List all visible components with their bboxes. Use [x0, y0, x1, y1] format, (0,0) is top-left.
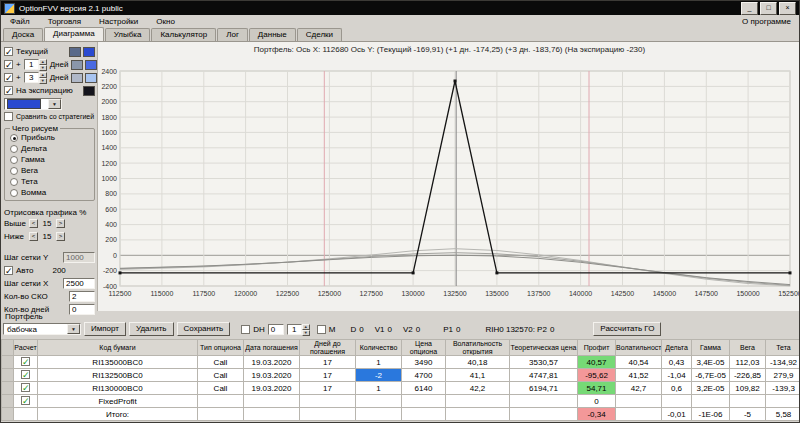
row-selector[interactable]	[2, 382, 14, 395]
calc-checkbox[interactable]: ✓	[21, 357, 30, 366]
tab-doska[interactable]: Доска	[3, 28, 43, 41]
preset-select[interactable]: бабочка ▼	[3, 323, 81, 335]
column-header[interactable]: Дней до погашения	[300, 340, 356, 356]
auto-checkbox[interactable]: ✓	[4, 266, 13, 275]
days-count-input[interactable]: 0	[69, 304, 95, 315]
column-header[interactable]: Теоретическая цена	[510, 340, 578, 356]
column-header[interactable]: Код бумаги	[38, 340, 198, 356]
expiry-date-cell: 19.03.2020	[244, 369, 300, 382]
vega-cell: 112,03	[730, 356, 766, 369]
column-header[interactable]: Гамма	[692, 340, 730, 356]
color-swatch[interactable]	[85, 73, 97, 83]
series-checkbox[interactable]: ✓	[4, 86, 13, 95]
gamma-cell: 3,4E-05	[692, 356, 730, 369]
volatility-cell: 40,54	[616, 356, 662, 369]
column-header[interactable]: Вега	[730, 340, 766, 356]
column-header[interactable]: Расчет	[14, 340, 38, 356]
color-swatch[interactable]	[85, 60, 97, 70]
draw-option[interactable]: Гамма	[10, 154, 94, 165]
draw-what-group: Чего рисуем ПрибыльДельтаГаммаВегаТетаВо…	[4, 128, 95, 201]
color-swatch[interactable]	[71, 60, 83, 70]
color-swatch[interactable]	[83, 47, 95, 57]
minimize-button[interactable]: _	[741, 2, 758, 15]
calc-checkbox[interactable]: ✓	[21, 383, 30, 392]
d-label: D	[351, 325, 357, 334]
dh-stepper[interactable]: 1▲▼	[287, 324, 310, 335]
series-checkbox[interactable]: ✓	[4, 47, 13, 56]
chevron-down-icon[interactable]: ▼	[48, 99, 61, 109]
row-selector[interactable]	[2, 369, 14, 382]
column-header[interactable]: Волатильность	[616, 340, 662, 356]
row-selector[interactable]	[2, 395, 14, 408]
increase-button[interactable]: >	[56, 232, 65, 241]
spin-down-icon[interactable]: ▼	[39, 65, 47, 71]
dh-input[interactable]: 0	[268, 324, 284, 335]
tab-ulybka[interactable]: Улыбка	[105, 28, 151, 41]
column-header[interactable]: Дельта	[662, 340, 692, 356]
titlebar[interactable]: OptionFVV версия 2.1 public _□×	[1, 1, 799, 15]
tab-diagramma[interactable]: Диаграмма	[44, 27, 104, 41]
color-swatch[interactable]	[83, 86, 95, 96]
draw-option[interactable]: Прибыль	[10, 132, 94, 143]
chevron-down-icon[interactable]: ▼	[67, 324, 80, 334]
menu-about[interactable]: О программе	[734, 17, 799, 26]
d-value: 0	[359, 325, 363, 334]
spin-down-icon[interactable]: ▼	[302, 330, 310, 336]
tab-log[interactable]: Лог	[217, 28, 248, 41]
tab-kalkulyator[interactable]: Калькулятор	[151, 28, 216, 41]
open-volatility-cell	[446, 395, 510, 408]
draw-option[interactable]: Дельта	[10, 143, 94, 154]
draw-option[interactable]: Вомма	[10, 187, 94, 198]
increase-button[interactable]: >	[56, 219, 65, 228]
menu-window[interactable]: Окно	[147, 17, 184, 26]
column-header[interactable]: Количество	[356, 340, 402, 356]
grid-y-input[interactable]: 1000	[63, 252, 95, 263]
save-button[interactable]: Сохранить	[177, 322, 231, 336]
m-checkbox[interactable]	[317, 325, 326, 334]
calc-checkbox[interactable]: ✓	[21, 396, 30, 405]
auto-row: ✓ Авто 200	[4, 264, 95, 277]
tab-dannye[interactable]: Данные	[249, 28, 296, 41]
close-button[interactable]: ×	[779, 2, 796, 15]
color-swatch[interactable]	[71, 73, 83, 83]
spin-down-icon[interactable]: ▼	[39, 78, 47, 84]
payoff-chart[interactable]: 2400220020001800160014001200100080060040…	[98, 58, 800, 314]
menu-file[interactable]: Файл	[1, 17, 39, 26]
row-selector[interactable]	[2, 356, 14, 369]
tab-sdelki[interactable]: Сделки	[297, 28, 342, 41]
column-header[interactable]: Цена опциона	[402, 340, 446, 356]
svg-text:1400: 1400	[101, 144, 117, 151]
color-swatch[interactable]	[69, 47, 81, 57]
series-checkbox[interactable]: ✓	[4, 73, 13, 82]
svg-text:-200: -200	[103, 267, 117, 274]
column-header[interactable]: Дата погашения	[244, 340, 300, 356]
row-selector[interactable]	[2, 408, 14, 421]
draw-option[interactable]: Тета	[10, 176, 94, 187]
grid-x-input[interactable]: 2500	[63, 278, 95, 289]
days-stepper[interactable]: 1▲▼	[24, 59, 47, 70]
security-code-cell: RI132500BC0	[38, 369, 198, 382]
column-header[interactable]: Профит	[578, 340, 616, 356]
series-checkbox[interactable]: ✓	[4, 60, 13, 69]
column-header[interactable]: Тета	[766, 340, 800, 356]
calc-go-button[interactable]: Рассчитать ГО	[593, 322, 661, 336]
draw-option[interactable]: Вега	[10, 165, 94, 176]
column-header[interactable]: Тип опциона	[198, 340, 244, 356]
delete-button[interactable]: Удалить	[129, 322, 174, 336]
dh-stepper[interactable]: 1▲▼	[287, 324, 310, 335]
days-to-expiry-cell: 17	[300, 369, 356, 382]
menu-trade[interactable]: Торговля	[39, 17, 90, 26]
column-header[interactable]: Волатильность открытия	[446, 340, 510, 356]
decrease-button[interactable]: <	[29, 232, 38, 241]
compare-checkbox[interactable]	[4, 112, 13, 121]
dh-checkbox[interactable]	[241, 325, 250, 334]
svg-text:1800: 1800	[101, 114, 117, 121]
decrease-button[interactable]: <	[29, 219, 38, 228]
menu-settings[interactable]: Настройки	[90, 17, 147, 26]
sko-input[interactable]: 2	[69, 291, 95, 302]
maximize-button[interactable]: □	[760, 2, 777, 15]
days-stepper[interactable]: 3▲▼	[24, 72, 47, 83]
import-button[interactable]: Импорт	[84, 322, 126, 336]
calc-checkbox[interactable]: ✓	[21, 370, 30, 379]
strategy-color-select[interactable]: ▼	[4, 98, 62, 110]
